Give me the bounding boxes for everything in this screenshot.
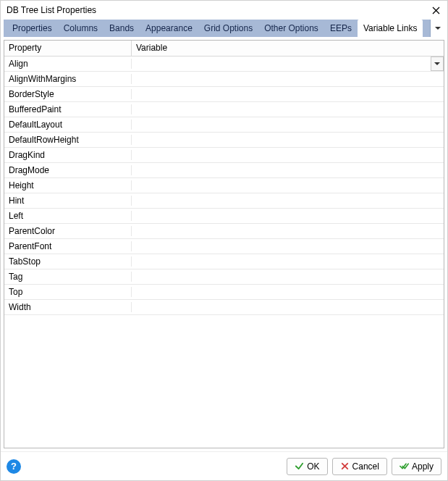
variable-cell[interactable] [132, 117, 444, 132]
titlebar: DB Tree List Properties [1, 1, 447, 20]
grid-row[interactable]: DragMode [4, 163, 444, 178]
property-cell: Top [4, 287, 132, 297]
column-header-variable[interactable]: Variable [132, 41, 444, 56]
property-cell: Width [4, 302, 132, 312]
tab-appearance[interactable]: Appearance [140, 20, 198, 37]
cross-icon [340, 461, 350, 471]
grid-row[interactable]: DragKind [4, 148, 444, 163]
tab-label: Columns [64, 23, 98, 33]
variable-cell[interactable] [132, 87, 444, 101]
grid-row[interactable]: ParentFont [4, 239, 444, 254]
tab-label: Grid Options [204, 23, 253, 33]
grid-row[interactable]: TabStop [4, 254, 444, 269]
tab-columns[interactable]: Columns [58, 20, 103, 37]
variable-cell[interactable] [132, 102, 444, 117]
apply-button[interactable]: Apply [392, 458, 441, 475]
variable-cell[interactable] [132, 224, 444, 238]
tab-bar: PropertiesColumnsBandsAppearanceGrid Opt… [4, 20, 444, 37]
chevron-down-icon [435, 27, 441, 30]
variable-cell[interactable] [132, 163, 444, 177]
grid-row[interactable]: DefaultRowHeight [4, 133, 444, 148]
property-cell: ParentColor [4, 226, 132, 236]
property-cell: TabStop [4, 256, 132, 267]
property-cell: DragKind [4, 150, 132, 160]
variable-cell[interactable] [132, 133, 444, 147]
grid-row[interactable]: AlignWithMargins [4, 72, 444, 87]
tab-properties[interactable]: Properties [7, 20, 58, 37]
help-button[interactable]: ? [7, 459, 21, 474]
property-cell: Align [4, 59, 132, 69]
cancel-button-label: Cancel [352, 461, 379, 472]
help-icon-label: ? [11, 461, 17, 472]
window-title: DB Tree List Properties [7, 5, 428, 15]
property-cell: AlignWithMargins [4, 74, 132, 84]
variable-cell[interactable] [132, 148, 444, 162]
property-cell: BorderStyle [4, 89, 132, 99]
tab-bands[interactable]: Bands [103, 20, 140, 37]
property-cell: Left [4, 211, 132, 221]
property-cell: ParentFont [4, 241, 132, 251]
grid-row[interactable]: Width [4, 300, 444, 315]
property-cell: BufferedPaint [4, 104, 132, 114]
variable-cell[interactable] [132, 300, 444, 314]
tab-label: Variable Links [363, 23, 417, 33]
variable-cell[interactable] [132, 193, 444, 208]
tab-label: Other Options [264, 23, 318, 33]
dialog-footer: ? OK Cancel Apply [1, 451, 447, 480]
variable-cell[interactable] [132, 254, 444, 269]
variable-links-grid: Property Variable AlignAlignWithMarginsB… [4, 40, 444, 448]
tab-label: Properties [12, 23, 52, 33]
variable-cell[interactable] [132, 209, 444, 223]
tab-other-options[interactable]: Other Options [258, 20, 324, 37]
apply-button-label: Apply [412, 461, 434, 472]
variable-dropdown-button[interactable] [431, 57, 444, 71]
grid-row[interactable]: Tag [4, 269, 444, 285]
ok-button-label: OK [307, 461, 319, 472]
variable-cell[interactable] [132, 239, 444, 254]
tab-eeps[interactable]: EEPs [324, 20, 358, 37]
grid-row[interactable]: BorderStyle [4, 87, 444, 102]
grid-row[interactable]: Top [4, 285, 444, 300]
close-button[interactable] [428, 3, 443, 17]
cancel-button[interactable]: Cancel [332, 458, 387, 475]
variable-cell[interactable] [132, 269, 444, 284]
variable-cell[interactable] [132, 178, 444, 193]
ok-button[interactable]: OK [287, 458, 327, 475]
tab-variable-links[interactable]: Variable Links [358, 20, 423, 37]
grid-row[interactable]: Align [4, 57, 444, 72]
chevron-down-icon [434, 62, 440, 65]
double-check-icon [400, 461, 409, 471]
close-icon [432, 7, 440, 14]
property-cell: Tag [4, 272, 132, 282]
tab-overflow-button[interactable] [430, 20, 444, 37]
variable-cell[interactable] [132, 72, 444, 86]
property-cell: Height [4, 180, 132, 191]
grid-row[interactable]: Left [4, 209, 444, 224]
tab-label: EEPs [330, 23, 352, 33]
grid-body: AlignAlignWithMarginsBorderStyleBuffered… [4, 57, 444, 448]
tab-bar-spacer [423, 20, 427, 37]
property-cell: DefaultRowHeight [4, 135, 132, 145]
variable-cell[interactable] [132, 57, 444, 71]
check-icon [295, 461, 304, 471]
variable-cell[interactable] [132, 285, 444, 299]
grid-row[interactable]: ParentColor [4, 224, 444, 239]
grid-row[interactable]: Hint [4, 193, 444, 209]
grid-row[interactable]: BufferedPaint [4, 102, 444, 117]
property-cell: DragMode [4, 165, 132, 175]
column-header-property[interactable]: Property [4, 41, 132, 56]
tab-grid-options[interactable]: Grid Options [198, 20, 258, 37]
tab-label: Bands [109, 23, 134, 33]
tab-label: Appearance [145, 23, 193, 33]
grid-row[interactable]: Height [4, 178, 444, 193]
grid-header: Property Variable [4, 41, 444, 57]
property-cell: DefaultLayout [4, 120, 132, 130]
grid-row[interactable]: DefaultLayout [4, 117, 444, 133]
property-cell: Hint [4, 196, 132, 206]
